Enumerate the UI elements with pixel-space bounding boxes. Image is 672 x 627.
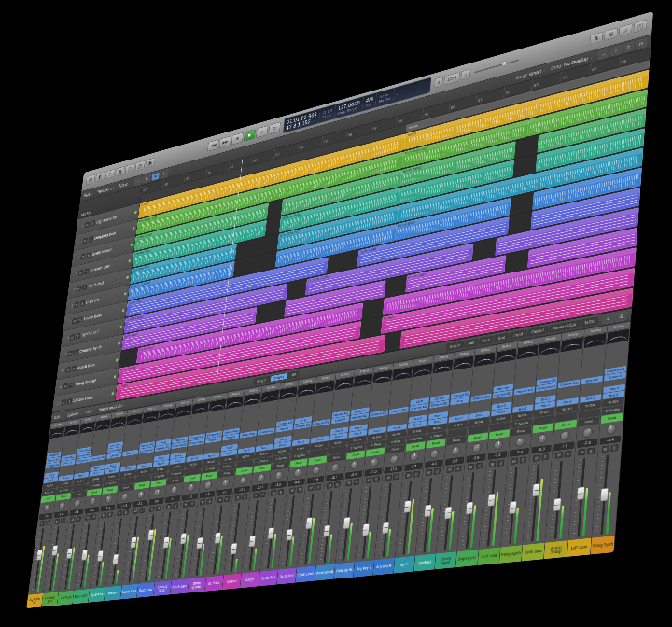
pan-knob[interactable]: [389, 454, 399, 465]
lcd-signature-section[interactable]: 4/4 /16: [362, 92, 377, 111]
channel-mute-button[interactable]: M: [253, 492, 259, 498]
channel-solo-button[interactable]: S: [156, 505, 161, 511]
channel-name-label[interactable]: Crunchy Synth: [153, 580, 171, 596]
mixer-list-icon[interactable]: ≡: [602, 313, 614, 324]
pan-knob[interactable]: [538, 433, 548, 444]
mute-button[interactable]: M: [65, 367, 70, 373]
forward-button[interactable]: ▶▶: [219, 135, 231, 148]
pan-knob[interactable]: [170, 485, 177, 495]
zoom-h-button[interactable]: ↔: [598, 49, 609, 60]
mute-button[interactable]: M: [80, 253, 85, 259]
duplicate-track-button[interactable]: ⧉: [143, 174, 151, 184]
channel-name-label[interactable]: Arty Key L: [354, 560, 374, 577]
channel-mute-button[interactable]: M: [133, 508, 138, 513]
lcd-mode-chevron[interactable]: ⌄: [393, 86, 400, 103]
channel-name-label[interactable]: Wah FX: [105, 586, 122, 601]
channel-solo-button[interactable]: S: [206, 498, 213, 505]
channel-solo-button[interactable]: S: [224, 495, 231, 502]
mute-button[interactable]: M: [62, 399, 66, 406]
pan-knob[interactable]: [494, 439, 503, 450]
solo-button[interactable]: S: [77, 316, 82, 323]
channel-mute-button[interactable]: M: [385, 474, 392, 481]
pan-knob[interactable]: [204, 481, 213, 490]
zoom-v-button[interactable]: ↕: [610, 45, 622, 56]
solo-button[interactable]: S: [91, 220, 95, 227]
filter-midi[interactable]: MIDI: [581, 316, 598, 327]
pan-knob[interactable]: [350, 460, 359, 470]
channel-mute-button[interactable]: M: [533, 454, 540, 462]
channel-mute-button[interactable]: M: [39, 521, 45, 526]
play-button[interactable]: ▶: [244, 129, 256, 142]
channel-solo-button[interactable]: S: [434, 467, 441, 474]
solo-button[interactable]: S: [76, 332, 80, 339]
pan-knob[interactable]: [515, 437, 525, 448]
auto-zoom-button[interactable]: Z: [623, 41, 634, 52]
channel-name-label[interactable]: Growly Synth: [435, 551, 457, 569]
channel-solo-button[interactable]: S: [564, 450, 571, 457]
channel-solo-button[interactable]: S: [315, 483, 321, 490]
mute-button[interactable]: M: [70, 334, 75, 341]
solo-button[interactable]: S: [80, 300, 85, 307]
channel-mute-button[interactable]: M: [183, 501, 189, 508]
channel-solo-button[interactable]: S: [61, 518, 66, 523]
channel-name-label[interactable]: Conga: [240, 572, 259, 588]
channel-name-label[interactable]: Synth Pad: [259, 570, 278, 587]
filter-inst[interactable]: Inst: [464, 339, 478, 348]
channel-name-label[interactable]: Rising Synth: [591, 536, 615, 554]
channel-name-label[interactable]: LoFi Lead: [567, 538, 592, 557]
channel-solo-button[interactable]: S: [541, 453, 549, 461]
channel-mute-button[interactable]: M: [426, 468, 433, 475]
collapse-button[interactable]: H: [636, 37, 648, 49]
pan-knob[interactable]: [606, 424, 616, 435]
channel-solo-button[interactable]: S: [76, 516, 81, 522]
channel-solo-button[interactable]: S: [497, 459, 505, 467]
channel-mute-button[interactable]: M: [101, 512, 106, 518]
channel-name-label[interactable]: Punch Bass: [170, 578, 189, 594]
mixer-menu-options[interactable]: Options: [66, 411, 81, 418]
pan-knob[interactable]: [312, 465, 320, 475]
rewind-button[interactable]: ◀◀: [207, 139, 219, 152]
pan-knob[interactable]: [74, 499, 81, 509]
channel-name-label[interactable]: Synth Kit: [414, 554, 436, 572]
menu-view[interactable]: View: [119, 181, 132, 189]
fader-thumb[interactable]: [444, 507, 452, 520]
solo-button[interactable]: S: [84, 268, 89, 274]
pan-knob[interactable]: [410, 452, 419, 462]
channel-mute-button[interactable]: M: [117, 510, 122, 516]
fader-thumb[interactable]: [487, 494, 495, 507]
channel-solo-button[interactable]: S: [91, 513, 97, 519]
pan-knob[interactable]: [121, 492, 129, 501]
channel-mute-button[interactable]: M: [289, 487, 296, 494]
filter-output[interactable]: Output: [527, 326, 548, 337]
metronome-button[interactable]: △: [460, 69, 470, 81]
mute-button[interactable]: M: [77, 286, 81, 292]
master-volume-slider[interactable]: [474, 60, 519, 74]
channel-mute-button[interactable]: M: [578, 448, 585, 455]
editors-icon[interactable]: ▣: [146, 158, 156, 169]
channel-solo-button[interactable]: S: [107, 511, 113, 517]
pan-knob[interactable]: [370, 457, 379, 467]
channel-mute-button[interactable]: M: [149, 506, 155, 512]
channel-name-label[interactable]: Synth: [394, 556, 415, 574]
channel-name-label[interactable]: Big House Kit: [26, 593, 43, 608]
solo-button[interactable]: S: [69, 382, 74, 388]
pan-knob[interactable]: [451, 445, 460, 455]
mixer-icon[interactable]: ▥: [135, 160, 146, 172]
channel-mute-button[interactable]: M: [601, 445, 609, 453]
solo-button[interactable]: S: [74, 349, 78, 355]
solo-button[interactable]: S: [67, 398, 72, 405]
mute-button[interactable]: M: [72, 317, 77, 324]
solo-button[interactable]: S: [82, 284, 87, 290]
fader-thumb[interactable]: [424, 504, 431, 517]
channel-solo-button[interactable]: S: [242, 494, 248, 500]
channel-name-label[interactable]: Rising Synth: [499, 545, 523, 564]
filter-bus[interactable]: Bus: [494, 333, 509, 342]
fader-thumb[interactable]: [600, 488, 609, 502]
channel-mute-button[interactable]: M: [405, 471, 412, 478]
channel-name-label[interactable]: String Quartet: [188, 577, 206, 592]
filter-audio[interactable]: Audio: [446, 341, 464, 351]
pan-knob[interactable]: [90, 496, 97, 506]
channel-solo-button[interactable]: S: [259, 491, 266, 497]
channel-solo-button[interactable]: S: [519, 456, 526, 464]
pan-knob[interactable]: [293, 467, 301, 478]
